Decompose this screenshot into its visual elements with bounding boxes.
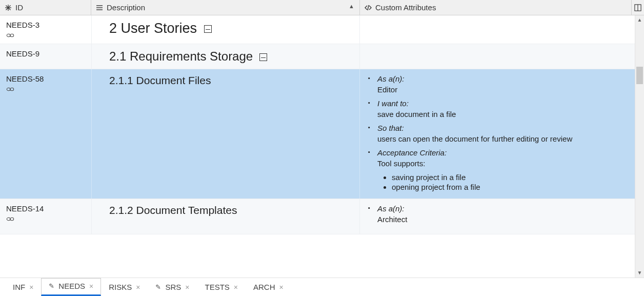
link-icon[interactable] bbox=[6, 86, 85, 92]
collapse-icon[interactable] bbox=[259, 53, 267, 61]
column-header-id-label: ID bbox=[15, 3, 23, 12]
column-header-description-label: Description bbox=[107, 3, 145, 12]
pencil-icon: ✎ bbox=[49, 282, 54, 290]
id-cell: NEEDS-14 bbox=[0, 199, 91, 234]
row-id: NEEDS-14 bbox=[6, 204, 85, 213]
row-heading: 2.1.1 Document Files bbox=[109, 74, 211, 86]
id-cell: NEEDS-9 bbox=[0, 44, 91, 69]
document-tabs: INF×✎NEEDS×RISKS×✎SRS×TESTS×ARCH× bbox=[0, 278, 644, 296]
scroll-thumb[interactable] bbox=[636, 67, 643, 84]
table-row[interactable]: NEEDS-582.1.1 Document FilesAs a(n):Edit… bbox=[0, 69, 635, 199]
custom-attributes-cell bbox=[360, 44, 635, 69]
tab-label: NEEDS bbox=[58, 282, 85, 290]
close-icon[interactable]: × bbox=[185, 283, 189, 291]
attribute-value: Architect bbox=[377, 215, 629, 224]
tab-label: INF bbox=[13, 283, 25, 291]
attribute-value: Tool supports: bbox=[377, 159, 629, 168]
tab-label: SRS bbox=[165, 283, 181, 291]
pencil-icon: ✎ bbox=[155, 283, 161, 291]
tab-arch[interactable]: ARCH× bbox=[246, 279, 291, 296]
description-cell: 2.1 Requirements Storage bbox=[91, 44, 360, 69]
close-icon[interactable]: × bbox=[29, 283, 33, 291]
attribute-item: Acceptance Criteria:Tool supports:saving… bbox=[368, 148, 629, 191]
svg-point-15 bbox=[10, 218, 14, 220]
close-icon[interactable]: × bbox=[234, 283, 238, 291]
custom-attributes-cell: As a(n):EditorI want to:save document in… bbox=[360, 69, 635, 199]
column-header-custom-attributes[interactable]: Custom Attributes bbox=[360, 0, 632, 15]
attribute-bullet: opening project from a file bbox=[392, 183, 629, 191]
requirements-grid: NEEDS-32 User Stories NEEDS-92.1 Require… bbox=[0, 15, 635, 278]
close-icon[interactable]: × bbox=[279, 283, 284, 291]
description-cell: 2 User Stories bbox=[91, 15, 360, 44]
tab-label: TESTS bbox=[205, 283, 229, 291]
attribute-value: Editor bbox=[377, 85, 629, 94]
id-cell: NEEDS-58 bbox=[0, 69, 91, 199]
attribute-label: As a(n): bbox=[377, 204, 405, 213]
row-id: NEEDS-3 bbox=[6, 21, 85, 29]
tab-tests[interactable]: TESTS× bbox=[197, 279, 246, 296]
attribute-item: As a(n):Architect bbox=[368, 204, 629, 224]
svg-point-13 bbox=[10, 88, 14, 90]
vertical-scrollbar[interactable]: ▲ ▼ bbox=[635, 15, 644, 278]
link-icon[interactable] bbox=[6, 216, 85, 222]
tab-label: ARCH bbox=[253, 283, 275, 291]
attribute-bullet: saving project in a file bbox=[392, 173, 629, 182]
attribute-label: Acceptance Criteria: bbox=[377, 148, 447, 157]
row-id: NEEDS-58 bbox=[6, 74, 85, 83]
svg-point-14 bbox=[7, 218, 10, 220]
attribute-label: I want to: bbox=[377, 99, 409, 108]
row-id: NEEDS-9 bbox=[6, 49, 85, 58]
attribute-item: I want to:save document in a file bbox=[368, 99, 629, 119]
column-header-row: ID Description ▲ Custom Attributes bbox=[0, 0, 644, 15]
column-header-custom-attributes-label: Custom Attributes bbox=[375, 3, 436, 12]
close-icon[interactable]: × bbox=[89, 282, 93, 290]
close-icon[interactable]: × bbox=[136, 283, 140, 291]
row-heading: 2 User Stories bbox=[109, 21, 197, 36]
tab-label: RISKS bbox=[109, 283, 132, 291]
scroll-down-button[interactable]: ▼ bbox=[635, 268, 644, 278]
description-cell: 2.1.1 Document Files bbox=[91, 69, 360, 199]
attribute-item: So that:users can open the document for … bbox=[368, 124, 629, 143]
description-cell: 2.1.2 Document Templates bbox=[91, 199, 360, 234]
custom-attributes-cell bbox=[360, 15, 635, 44]
svg-point-10 bbox=[7, 34, 10, 36]
list-icon bbox=[95, 4, 104, 12]
sort-asc-icon: ▲ bbox=[349, 3, 354, 9]
tab-inf[interactable]: INF× bbox=[5, 279, 41, 296]
tab-srs[interactable]: ✎SRS× bbox=[148, 279, 197, 296]
svg-point-11 bbox=[10, 34, 14, 36]
column-header-description[interactable]: Description ▲ bbox=[91, 0, 360, 15]
column-header-id[interactable]: ID bbox=[0, 0, 91, 15]
attribute-value: save document in a file bbox=[377, 110, 629, 119]
columns-config-button[interactable] bbox=[632, 4, 644, 11]
attribute-label: So that: bbox=[377, 124, 404, 132]
row-heading: 2.1.2 Document Templates bbox=[109, 204, 237, 216]
attribute-value: users can open the document for further … bbox=[377, 134, 629, 143]
table-row[interactable]: NEEDS-142.1.2 Document TemplatesAs a(n):… bbox=[0, 199, 635, 234]
id-cell: NEEDS-3 bbox=[0, 15, 91, 44]
scroll-up-button[interactable]: ▲ bbox=[635, 15, 644, 25]
custom-attributes-cell: As a(n):Architect bbox=[360, 199, 635, 234]
asterisk-icon bbox=[4, 4, 12, 12]
tab-needs[interactable]: ✎NEEDS× bbox=[41, 278, 101, 296]
table-row[interactable]: NEEDS-92.1 Requirements Storage bbox=[0, 44, 635, 69]
attribute-item: As a(n):Editor bbox=[368, 74, 629, 94]
svg-line-7 bbox=[368, 5, 369, 10]
tab-risks[interactable]: RISKS× bbox=[101, 279, 148, 296]
link-icon[interactable] bbox=[6, 32, 85, 38]
attribute-label: As a(n): bbox=[377, 74, 405, 83]
code-icon bbox=[364, 4, 372, 12]
collapse-icon[interactable] bbox=[204, 25, 212, 33]
row-heading: 2.1 Requirements Storage bbox=[109, 49, 253, 63]
table-row[interactable]: NEEDS-32 User Stories bbox=[0, 15, 635, 44]
svg-point-12 bbox=[7, 88, 10, 90]
